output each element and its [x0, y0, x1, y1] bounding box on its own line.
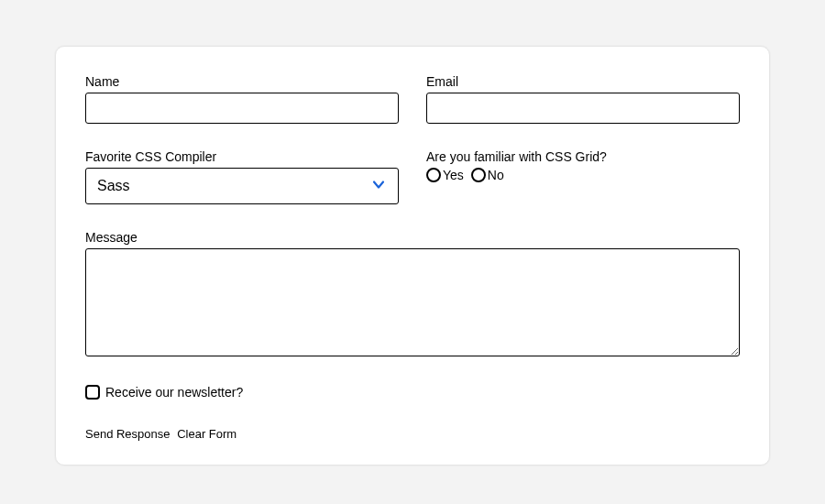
message-textarea[interactable]: [85, 248, 740, 356]
email-field-group: Email: [426, 74, 740, 124]
name-label: Name: [85, 74, 399, 89]
compiler-select[interactable]: Sass: [85, 168, 399, 204]
email-label: Email: [426, 74, 740, 89]
radio-icon: [426, 168, 441, 182]
form-card: Name Email Favorite CSS Compiler Sass: [55, 46, 770, 466]
grid-label: Are you familiar with CSS Grid?: [426, 149, 740, 164]
compiler-field-group: Favorite CSS Compiler Sass: [85, 149, 399, 204]
grid-field-group: Are you familiar with CSS Grid? Yes No: [426, 149, 740, 204]
email-input[interactable]: [426, 93, 740, 124]
newsletter-label: Receive our newsletter?: [105, 385, 243, 400]
name-field-group: Name: [85, 74, 399, 124]
checkbox-icon: [85, 385, 100, 400]
submit-button[interactable]: Send Response: [85, 427, 170, 441]
compiler-selected-value: Sass: [97, 178, 130, 194]
form-actions: Send Response Clear Form: [85, 427, 740, 441]
grid-radio-yes[interactable]: Yes: [426, 168, 464, 182]
radio-icon: [471, 168, 486, 182]
grid-radio-no-label: No: [488, 168, 504, 182]
grid-radio-no[interactable]: No: [471, 168, 504, 182]
message-label: Message: [85, 230, 740, 245]
newsletter-checkbox[interactable]: Receive our newsletter?: [85, 385, 740, 400]
compiler-label: Favorite CSS Compiler: [85, 149, 399, 164]
name-input[interactable]: [85, 93, 399, 124]
clear-button[interactable]: Clear Form: [177, 427, 236, 441]
grid-radio-yes-label: Yes: [443, 168, 464, 182]
message-field-group: Message: [85, 230, 740, 359]
